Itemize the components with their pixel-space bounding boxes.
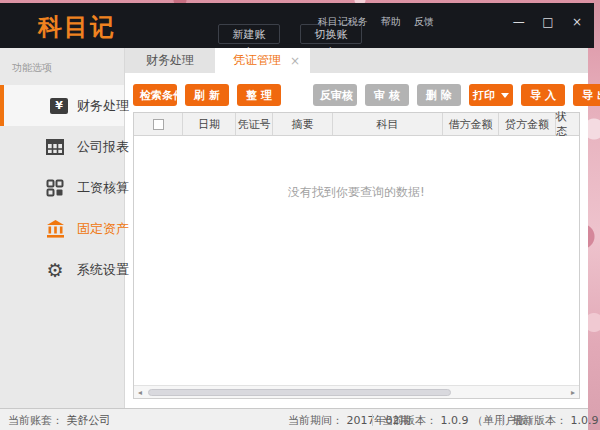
- horizontal-scrollbar[interactable]: ◂ ▸: [134, 385, 579, 398]
- column-header-debit[interactable]: 借方金额: [443, 113, 499, 135]
- minimize-icon[interactable]: —: [508, 15, 530, 29]
- report-table-icon: [45, 137, 65, 157]
- column-header-date[interactable]: 日期: [183, 113, 236, 135]
- period-label: 当前期间：: [288, 414, 343, 427]
- maximize-icon[interactable]: □: [537, 15, 559, 29]
- scrollbar-track[interactable]: [146, 388, 567, 397]
- sidebar-item-payroll[interactable]: 工资核算: [0, 167, 124, 208]
- payroll-grid-icon: [45, 178, 65, 198]
- bank-icon: [45, 219, 65, 239]
- tab-finance-processing[interactable]: 财务处理: [125, 48, 215, 73]
- scrollbar-thumb[interactable]: [148, 389, 451, 396]
- finance-yen-icon: ¥: [49, 96, 69, 116]
- app-logo: 科目记: [38, 11, 116, 43]
- version-value: 1.0.9: [441, 414, 469, 427]
- tab-close-icon[interactable]: ×: [290, 54, 300, 68]
- select-all-checkbox[interactable]: [153, 119, 164, 130]
- empty-state-message: 没有找到你要查询的数据!: [134, 136, 579, 201]
- sidebar-item-label: 公司报表: [77, 138, 129, 156]
- arrange-button[interactable]: 整 理: [237, 84, 281, 106]
- sidebar: 功能选项 ¥ 财务处理 公司报表: [0, 48, 125, 408]
- help-link[interactable]: 帮助: [381, 16, 401, 27]
- column-header-account[interactable]: 科目: [333, 113, 443, 135]
- sidebar-item-label: 工资核算: [77, 179, 129, 197]
- print-button-label: 打印: [473, 88, 495, 103]
- import-button[interactable]: 导 入: [521, 84, 565, 106]
- version-label: 当前版本：: [382, 414, 437, 427]
- column-header-voucher-no[interactable]: 凭证号: [236, 113, 273, 135]
- table-header-row: 日期 凭证号 摘要 科目 借方金额 贷方金额 状态: [134, 113, 579, 136]
- toolbar: 检索条件 刷 新 整 理 反审核 审 核 删 除 打印 导 入 导 出: [125, 73, 588, 111]
- scroll-right-icon[interactable]: ▸: [567, 388, 579, 397]
- voucher-table: 日期 凭证号 摘要 科目 借方金额 贷方金额 状态 没有找到你要查询的数据! ◂…: [133, 112, 580, 399]
- refresh-button[interactable]: 刷 新: [185, 84, 229, 106]
- latest-version-label: 最新版本：: [512, 414, 567, 427]
- account-set-value: 美舒公司: [67, 414, 111, 427]
- unaudit-button[interactable]: 反审核: [313, 84, 357, 106]
- latest-version-value: 1.0.9: [571, 414, 599, 427]
- statusbar-divider: [502, 414, 503, 426]
- audit-button[interactable]: 审 核: [365, 84, 409, 106]
- titlebar-links: 科目记税务 帮助 反馈: [308, 15, 434, 29]
- print-button[interactable]: 打印: [469, 84, 513, 106]
- sidebar-item-label: 系统设置: [77, 261, 129, 279]
- window-controls: — □ ×: [506, 11, 588, 30]
- latest-version: 最新版本： 1.0.9: [512, 413, 599, 428]
- scroll-left-icon[interactable]: ◂: [134, 388, 146, 397]
- gear-icon: ⚙: [45, 260, 65, 280]
- tab-label: 凭证管理: [233, 52, 281, 69]
- app-body: 功能选项 ¥ 财务处理 公司报表: [0, 48, 588, 408]
- print-dropdown-arrow-icon: [501, 93, 509, 98]
- close-icon[interactable]: ×: [566, 15, 588, 29]
- sidebar-item-company-reports[interactable]: 公司报表: [0, 126, 124, 167]
- account-set-label: 当前账套：: [8, 414, 63, 427]
- column-header-summary[interactable]: 摘要: [273, 113, 333, 135]
- statusbar: 当前账套： 美舒公司 当前期间： 2017年02期 当前版本： 1.0.9 （单…: [0, 408, 588, 430]
- tab-voucher-management[interactable]: 凭证管理 ×: [215, 48, 310, 73]
- tabbar: 财务处理 凭证管理 ×: [125, 48, 588, 73]
- sidebar-item-finance-processing[interactable]: ¥ 财务处理: [0, 85, 124, 126]
- table-body: 没有找到你要查询的数据!: [134, 136, 579, 385]
- export-button[interactable]: 导 出: [573, 84, 600, 106]
- titlebar: 科目记 新建账套 切换账套 科目记税务 帮助 反馈 — □ ×: [0, 3, 594, 48]
- sidebar-item-system-settings[interactable]: ⚙ 系统设置: [0, 249, 124, 290]
- delete-button[interactable]: 删 除: [417, 84, 461, 106]
- main-area: 财务处理 凭证管理 × 检索条件 刷 新 整 理 反审核 审 核 删 除 打印 …: [125, 48, 588, 408]
- new-account-set-button[interactable]: 新建账套: [218, 24, 280, 44]
- select-all-cell: [134, 113, 183, 135]
- sidebar-section-label: 功能选项: [0, 48, 124, 85]
- column-header-status[interactable]: 状态: [556, 113, 579, 135]
- feedback-link[interactable]: 反馈: [414, 16, 434, 27]
- search-criteria-button[interactable]: 检索条件: [133, 84, 177, 106]
- statusbar-divider: [372, 414, 373, 426]
- current-account-set: 当前账套： 美舒公司: [8, 413, 111, 428]
- tab-label: 财务处理: [146, 52, 194, 69]
- column-header-credit[interactable]: 贷方金额: [499, 113, 556, 135]
- sidebar-item-fixed-assets[interactable]: 固定资产: [0, 208, 124, 249]
- product-link[interactable]: 科目记税务: [318, 16, 368, 27]
- sidebar-item-label: 财务处理: [77, 97, 129, 115]
- sidebar-item-label: 固定资产: [77, 220, 129, 238]
